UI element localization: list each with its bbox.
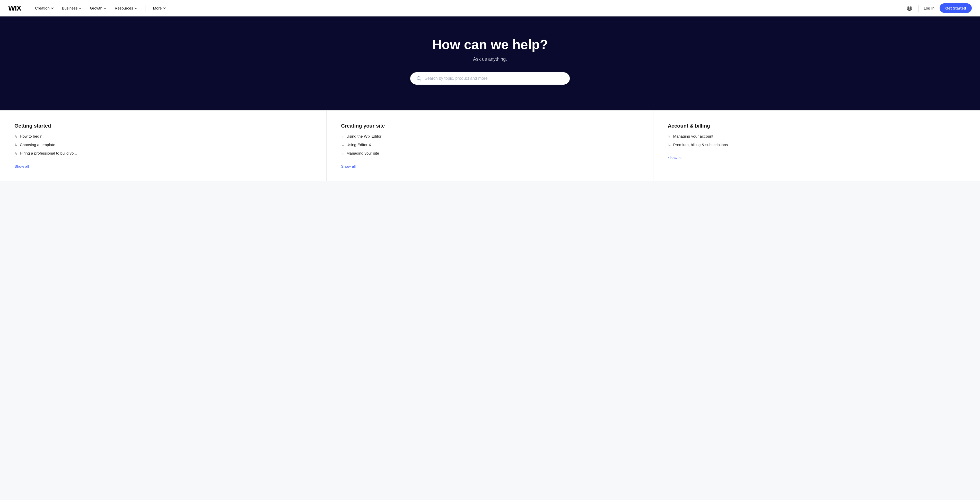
link-editor-x[interactable]: ↳ Using Editor X [341, 143, 638, 148]
globe-icon [907, 5, 912, 11]
help-links-account-billing: ↳ Managing your account ↳ Premium, billi… [668, 134, 966, 148]
hero-section: How can we help? Ask us anything. [0, 16, 980, 110]
logo[interactable]: WIX [8, 4, 21, 12]
link-arrow-icon: ↳ [341, 134, 344, 139]
section-title-account-billing: Account & billing [668, 123, 966, 129]
link-how-to-begin[interactable]: ↳ How to begin [14, 134, 312, 139]
nav-item-growth[interactable]: Growth [86, 4, 110, 12]
chevron-down-icon [51, 7, 54, 10]
link-arrow-icon: ↳ [668, 143, 671, 148]
navbar-actions: Log In Get Started [905, 3, 972, 13]
link-premium-billing[interactable]: ↳ Premium, billing & subscriptions [668, 143, 966, 148]
hero-subtitle: Ask us anything. [473, 57, 507, 62]
link-arrow-icon: ↳ [14, 151, 18, 156]
chevron-down-icon [103, 7, 107, 10]
help-links-creating-site: ↳ Using the Wix Editor ↳ Using Editor X … [341, 134, 638, 156]
link-arrow-icon: ↳ [341, 143, 344, 148]
section-title-getting-started: Getting started [14, 123, 312, 129]
section-account-billing: Account & billing ↳ Managing your accoun… [654, 111, 980, 181]
navbar: WIX Creation Business Growth Resources M… [0, 0, 980, 16]
link-managing-site[interactable]: ↳ Managing your site [341, 151, 638, 156]
link-arrow-icon: ↳ [341, 151, 344, 156]
link-hiring-professional[interactable]: ↳ Hiring a professional to build yo... [14, 151, 312, 156]
get-started-button[interactable]: Get Started [940, 3, 972, 13]
show-all-getting-started[interactable]: Show all [14, 164, 29, 168]
nav-item-creation[interactable]: Creation [32, 4, 57, 12]
link-wix-editor[interactable]: ↳ Using the Wix Editor [341, 134, 638, 139]
section-title-creating-site: Creating your site [341, 123, 638, 129]
link-managing-account[interactable]: ↳ Managing your account [668, 134, 966, 139]
language-selector[interactable] [905, 3, 914, 13]
nav-item-resources[interactable]: Resources [111, 4, 141, 12]
section-creating-site: Creating your site ↳ Using the Wix Edito… [326, 111, 653, 181]
help-sections: Getting started ↳ How to begin ↳ Choosin… [0, 110, 980, 181]
nav-item-more[interactable]: More [150, 4, 170, 12]
nav-items: Creation Business Growth Resources More [32, 4, 905, 12]
chevron-down-icon [163, 7, 166, 10]
show-all-account-billing[interactable]: Show all [668, 156, 682, 160]
chevron-down-icon [134, 7, 137, 10]
svg-line-6 [420, 79, 421, 81]
search-bar [410, 72, 570, 85]
login-button[interactable]: Log In [923, 4, 935, 12]
link-arrow-icon: ↳ [14, 143, 18, 148]
search-input[interactable] [425, 76, 563, 81]
search-icon [417, 76, 422, 81]
link-arrow-icon: ↳ [14, 134, 18, 139]
chevron-down-icon [78, 7, 81, 10]
section-getting-started: Getting started ↳ How to begin ↳ Choosin… [0, 111, 326, 181]
hero-title: How can we help? [432, 37, 548, 52]
help-links-getting-started: ↳ How to begin ↳ Choosing a template ↳ H… [14, 134, 312, 156]
show-all-creating-site[interactable]: Show all [341, 164, 356, 168]
nav-item-business[interactable]: Business [59, 4, 86, 12]
link-arrow-icon: ↳ [668, 134, 671, 139]
link-choosing-template[interactable]: ↳ Choosing a template [14, 143, 312, 148]
